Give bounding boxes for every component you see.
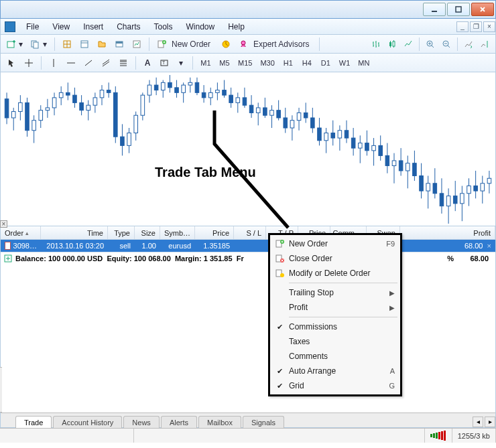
- vertical-line-button[interactable]: [46, 56, 62, 70]
- channel-button[interactable]: [98, 56, 114, 70]
- profiles-button[interactable]: ▾: [27, 37, 50, 52]
- svg-rect-63: [147, 85, 151, 95]
- ctx-close-order[interactable]: Close Order: [270, 251, 400, 266]
- timeframe-mn[interactable]: MN: [355, 56, 373, 70]
- new-chart-button[interactable]: ▾: [3, 37, 26, 52]
- timeframe-m30[interactable]: M30: [257, 56, 277, 70]
- svg-rect-61: [141, 95, 145, 115]
- svg-rect-35: [52, 98, 56, 108]
- timeframe-m15[interactable]: M15: [235, 56, 255, 70]
- svg-rect-85: [223, 90, 227, 96]
- col-order[interactable]: Order ▴: [1, 226, 41, 239]
- line-chart-button[interactable]: [400, 37, 416, 52]
- chart-shift-button[interactable]: [477, 37, 493, 52]
- zoom-in-button[interactable]: [422, 37, 438, 52]
- menu-insert[interactable]: Insert: [76, 21, 110, 33]
- data-window-button[interactable]: [76, 37, 92, 52]
- text-label-button[interactable]: T: [156, 56, 172, 70]
- menu-window[interactable]: Window: [180, 21, 222, 33]
- ctx-comments[interactable]: Comments: [270, 349, 400, 364]
- expert-advisors-button[interactable]: Expert Advisors: [235, 37, 315, 52]
- col-size[interactable]: Size: [135, 226, 160, 239]
- tab-mailbox[interactable]: Mailbox: [198, 416, 241, 428]
- ctx-auto-arrange[interactable]: Auto ArrangeA: [270, 364, 400, 378]
- text-tool-button[interactable]: A: [140, 56, 155, 70]
- ctx-modify-order[interactable]: Modify or Delete Order: [270, 266, 400, 281]
- zoom-out-button[interactable]: [438, 37, 454, 52]
- menu-help[interactable]: Help: [221, 21, 251, 33]
- menu-file[interactable]: File: [19, 21, 46, 33]
- tab-signals[interactable]: Signals: [243, 416, 284, 428]
- tab-news[interactable]: News: [123, 416, 160, 428]
- tab-trade[interactable]: Trade: [15, 416, 52, 428]
- svg-rect-1: [456, 7, 461, 12]
- equity-value: 100 068.00: [134, 254, 171, 263]
- timeframe-m1[interactable]: M1: [197, 56, 214, 70]
- col-time[interactable]: Time: [41, 226, 108, 239]
- tabs-scroll-left[interactable]: ◂: [473, 417, 483, 427]
- terminal-button[interactable]: [111, 37, 127, 52]
- equity-label: Equity:: [107, 254, 131, 263]
- svg-rect-101: [277, 110, 281, 118]
- modify-order-icon: [270, 269, 289, 278]
- svg-rect-153: [453, 196, 457, 204]
- ctx-grid[interactable]: GridG: [270, 378, 400, 393]
- svg-rect-103: [284, 118, 288, 128]
- ctx-taxes[interactable]: Taxes: [270, 334, 400, 349]
- new-order-button[interactable]: New Order: [153, 37, 216, 52]
- mdi-close-button[interactable]: ×: [483, 21, 495, 32]
- ctx-commissions[interactable]: Commissions: [270, 319, 400, 334]
- objects-dropdown-button[interactable]: ▾: [174, 56, 188, 70]
- fibonacci-button[interactable]: [115, 56, 131, 70]
- ctx-trailing-stop[interactable]: Trailing Stop▶: [270, 285, 400, 300]
- timeframe-h1[interactable]: H1: [280, 56, 297, 70]
- svg-rect-123: [351, 138, 355, 148]
- tab-account-history[interactable]: Account History: [53, 416, 122, 428]
- tabs-scroll-right[interactable]: ▸: [485, 417, 495, 427]
- col-symbol[interactable]: Symb…: [160, 226, 195, 239]
- col-sl[interactable]: S / L: [234, 226, 266, 239]
- menu-view[interactable]: View: [46, 21, 76, 33]
- mdi-minimize-button[interactable]: _: [456, 21, 469, 32]
- close-order-icon: [270, 254, 289, 263]
- col-price[interactable]: Price: [195, 226, 234, 239]
- terminal-vertical-tab[interactable]: Terminal: [0, 367, 2, 413]
- connection-bars-icon: [425, 429, 452, 443]
- statusbar-network: 1255/3 kb: [452, 429, 496, 443]
- menu-tools[interactable]: Tools: [147, 21, 180, 33]
- order-row-close-icon[interactable]: ×: [487, 242, 491, 250]
- svg-rect-139: [406, 163, 410, 171]
- candle-chart-button[interactable]: [384, 37, 400, 52]
- ctx-new-order[interactable]: New OrderF9: [270, 236, 400, 251]
- terminal-close-button[interactable]: ×: [0, 220, 7, 228]
- svg-rect-149: [440, 194, 444, 206]
- navigator-button[interactable]: [94, 37, 110, 52]
- order-row-order: 3098…: [1, 242, 41, 250]
- menu-charts[interactable]: Charts: [110, 21, 147, 33]
- timeframe-m5[interactable]: M5: [216, 56, 233, 70]
- auto-scroll-button[interactable]: [460, 37, 477, 52]
- timeframe-d1[interactable]: D1: [317, 56, 334, 70]
- bar-chart-button[interactable]: [368, 37, 384, 52]
- price-chart[interactable]: Trade Tab Menu: [0, 72, 496, 226]
- cursor-button[interactable]: [3, 56, 19, 70]
- svg-rect-75: [188, 82, 192, 85]
- crosshair-button[interactable]: [21, 56, 37, 70]
- minimize-button[interactable]: [423, 3, 446, 16]
- col-profit[interactable]: Profit: [400, 226, 495, 239]
- close-button[interactable]: [471, 3, 494, 16]
- ctx-profit[interactable]: Profit▶: [270, 300, 400, 315]
- horizontal-line-button[interactable]: [63, 56, 79, 70]
- timeframe-w1[interactable]: W1: [336, 56, 354, 70]
- strategy-tester-button[interactable]: [129, 37, 145, 52]
- tab-alerts[interactable]: Alerts: [161, 416, 197, 428]
- order-row[interactable]: 3098… 2013.10.16 03:20 sell 1.00 eurusd …: [1, 240, 495, 252]
- trendline-button[interactable]: [80, 56, 97, 70]
- col-type[interactable]: Type: [108, 226, 135, 239]
- timeframe-h4[interactable]: H4: [298, 56, 316, 70]
- mdi-restore-button[interactable]: ❐: [470, 21, 482, 32]
- market-watch-button[interactable]: [59, 37, 75, 52]
- maximize-button[interactable]: [447, 3, 470, 16]
- statusbar: 1255/3 kb: [0, 428, 496, 443]
- autotrading-button[interactable]: [218, 37, 234, 52]
